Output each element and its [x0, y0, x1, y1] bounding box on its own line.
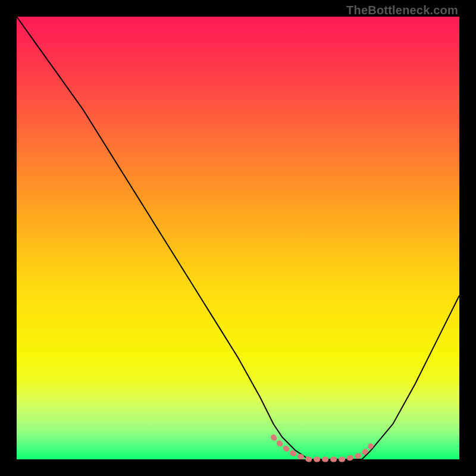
watermark: TheBottleneck.com: [346, 4, 458, 17]
highlight-band: [274, 437, 371, 459]
curve-layer: [17, 17, 459, 459]
chart-frame: TheBottleneck.com: [0, 0, 476, 476]
plot-area: [17, 17, 459, 459]
bottleneck-curve: [17, 17, 459, 459]
